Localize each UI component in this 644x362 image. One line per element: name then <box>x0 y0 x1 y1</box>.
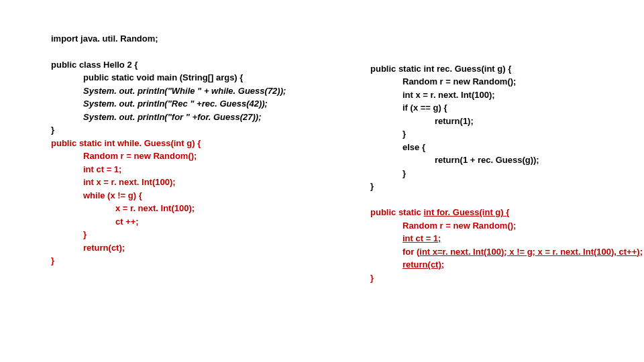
code-line: return(ct); <box>83 241 125 255</box>
code-line: public static int rec. Guess(int g) { <box>370 64 511 74</box>
code-line: while (x != g) { <box>83 189 142 202</box>
code-line: int ct = 1; <box>83 163 121 176</box>
slide: import java. util. Random; public class … <box>0 0 644 362</box>
code-text: for ( <box>402 247 419 257</box>
code-line: return(1); <box>435 115 474 128</box>
code-line: } <box>402 167 406 180</box>
code-line: } <box>51 255 54 265</box>
code-line: System. out. println("While " + while. G… <box>83 84 286 98</box>
code-line: } <box>83 228 87 241</box>
code-line: int ct = 1; <box>402 232 441 245</box>
code-text: public static <box>370 207 423 217</box>
code-line: public static int for. Guess(int g) { <box>370 207 509 217</box>
code-left-column: import java. util. Random; public class … <box>51 19 286 267</box>
code-line: return(1 + rec. Guess(g)); <box>435 154 539 167</box>
code-line: else { <box>402 141 425 154</box>
code-text: int for. Guess(int g) { <box>423 207 509 217</box>
code-line: if (x == g) { <box>402 101 447 115</box>
code-line: import java. util. Random; <box>51 34 158 44</box>
code-line: public class Hello 2 { <box>51 60 138 70</box>
code-line: Random r = new Random(); <box>402 75 516 88</box>
code-line: int x = r. next. Int(100); <box>402 88 495 102</box>
code-line: } <box>370 181 374 191</box>
code-line: Random r = new Random(); <box>83 149 197 163</box>
code-right-column: public static int rec. Guess(int g) { Ra… <box>370 49 643 284</box>
code-line: Random r = new Random(); <box>402 219 516 233</box>
code-text: int x=r. next. Int(100); x != g; x = r. … <box>419 247 643 257</box>
code-line: ct ++; <box>115 215 139 229</box>
code-line: int x = r. next. Int(100); <box>83 176 176 189</box>
code-line: public static int while. Guess(int g) { <box>51 138 201 148</box>
code-line: } <box>402 127 406 141</box>
code-line: } <box>370 273 374 283</box>
code-line: public static void main (String[] args) … <box>83 71 243 84</box>
code-line: x = r. next. Int(100); <box>115 202 195 215</box>
code-line: return(ct); <box>402 258 444 272</box>
code-line: for (int x=r. next. Int(100); x != g; x … <box>402 245 643 259</box>
code-line: System. out. println("for " +for. Guess(… <box>83 111 262 124</box>
code-line: System. out. println("Rec " +rec. Guess(… <box>83 97 268 111</box>
code-line: } <box>51 125 54 135</box>
